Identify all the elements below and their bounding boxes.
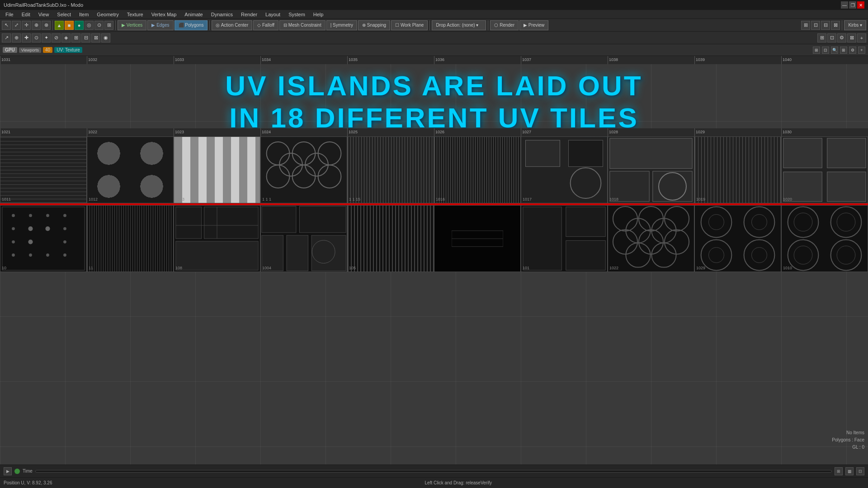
timeline-btn-2[interactable]: ▦ <box>845 467 854 475</box>
tile-1017[interactable]: 1017 <box>521 136 608 203</box>
vp-icon-1[interactable]: ⊞ <box>813 47 820 54</box>
tile-1012[interactable]: 1012 <box>87 136 174 203</box>
timeline-track[interactable] <box>35 470 832 473</box>
menu-view[interactable]: View <box>35 11 53 18</box>
tile-103[interactable]: 108 <box>174 205 260 272</box>
timeline-btn-3[interactable]: ⊡ <box>856 467 864 475</box>
toolbar-icon-3[interactable]: ✛ <box>22 21 31 30</box>
sub-toolbar-btn-5[interactable]: ✦ <box>42 33 51 42</box>
tile-1020[interactable]: 1020 <box>781 136 868 203</box>
menu-layout[interactable]: Layout <box>262 11 284 18</box>
sub-toolbar-btn-1[interactable]: ↗ <box>2 33 11 42</box>
sub-toolbar-btn-4[interactable]: ⊙ <box>32 33 41 42</box>
tiles-row2: 10 11 108 <box>0 204 868 271</box>
tile-1014[interactable]: 1 1 1 <box>260 136 347 203</box>
tile-1011[interactable]: 1011 <box>0 136 87 203</box>
polygons-btn[interactable]: ⬛ Polygons <box>175 20 208 30</box>
sub-toolbar-btn-3[interactable]: ✚ <box>22 33 31 42</box>
svg-point-0 <box>267 142 290 165</box>
toolbar-icon-7[interactable]: ■ <box>65 21 74 30</box>
menu-system[interactable]: System <box>285 11 309 18</box>
vertices-btn[interactable]: ▶ Vertices <box>118 20 146 30</box>
sub-toolbar-btn-2[interactable]: ⊕ <box>12 33 21 42</box>
sub-toolbar-right-4[interactable]: ⊠ <box>847 33 856 42</box>
menu-help[interactable]: Help <box>310 11 327 18</box>
tile-106[interactable] <box>434 205 521 272</box>
toolbar-icon-5[interactable]: ⊗ <box>42 21 51 30</box>
menu-render[interactable]: Render <box>237 11 261 18</box>
svg-point-31 <box>12 253 15 257</box>
preview-btn[interactable]: ▶ Preview <box>519 20 548 30</box>
sub-toolbar-right-1[interactable]: ⊞ <box>817 33 826 42</box>
toolbar-icon-11[interactable]: ⊞ <box>104 21 113 30</box>
vp-icon-5[interactable]: ⚙ <box>849 47 856 54</box>
falloff-btn[interactable]: ◇ Falloff <box>253 20 278 30</box>
svg-point-76 <box>837 246 855 264</box>
timeline-btn-1[interactable]: ⊞ <box>835 467 843 475</box>
menu-select[interactable]: Select <box>53 11 75 18</box>
sub-toolbar-right-3[interactable]: ⚙ <box>837 33 846 42</box>
sub-toolbar-btn-9[interactable]: ⊟ <box>81 33 90 42</box>
vp-icon-6[interactable]: + <box>858 47 865 54</box>
tile-1019[interactable]: 1019 <box>694 136 781 203</box>
layout-icon-3[interactable]: ⊟ <box>821 21 830 30</box>
tile-102[interactable]: 11 <box>87 205 174 272</box>
action-center-btn[interactable]: ◎ Action Center <box>212 20 252 30</box>
sub-toolbar-right-5[interactable]: + <box>857 33 866 42</box>
tile-1016[interactable]: 1016 <box>434 136 521 203</box>
ruler-1040: 1040 <box>781 56 868 64</box>
ruler-1021: 1021 <box>0 128 87 136</box>
layout-icon-2[interactable]: ⊡ <box>811 21 820 30</box>
menu-texture[interactable]: Texture <box>123 11 147 18</box>
menu-edit[interactable]: Edit <box>18 11 34 18</box>
sub-toolbar-btn-11[interactable]: ◉ <box>101 33 110 42</box>
snapping-btn[interactable]: ⊕ Snapping <box>358 20 390 30</box>
render-btn[interactable]: ⬡ Render <box>490 20 519 30</box>
work-plane-btn[interactable]: ☐ Work Plane <box>391 20 428 30</box>
menu-vertex-map[interactable]: Vertex Map <box>148 11 180 18</box>
minimize-button[interactable]: — <box>841 1 848 9</box>
mesh-constraint-btn[interactable]: ⊟ Mesh Constraint <box>279 20 326 30</box>
tile-105[interactable]: 105 <box>347 205 434 272</box>
sub-toolbar-btn-8[interactable]: ⊞ <box>71 33 80 42</box>
maximize-button[interactable]: ❐ <box>849 1 856 9</box>
toolbar-icon-10[interactable]: ⊙ <box>94 21 104 30</box>
toolbar-icon-9[interactable]: ◎ <box>85 21 94 30</box>
tile-101[interactable]: 10 <box>0 205 87 272</box>
toolbar-icon-6[interactable]: ▲ <box>55 21 64 30</box>
tile-109[interactable]: 1029 <box>694 205 781 272</box>
tile-108[interactable]: 1022 <box>608 205 694 272</box>
edges-btn[interactable]: ▶ Edges <box>147 20 173 30</box>
sub-toolbar-btn-6[interactable]: ⊘ <box>52 33 61 42</box>
menu-dynamics[interactable]: Dynamics <box>208 11 236 18</box>
toolbar-icon-8[interactable]: ● <box>75 21 84 30</box>
vp-icon-2[interactable]: ⊡ <box>822 47 829 54</box>
symmetry-btn[interactable]: | Symmetry <box>326 20 357 30</box>
tile-104[interactable]: 1004 <box>260 205 347 272</box>
drop-action-btn[interactable]: Drop Action: (none) ▾ <box>432 20 486 30</box>
toolbar-icon-1[interactable]: ↖ <box>2 21 11 30</box>
tile-107[interactable]: 101 <box>521 205 608 272</box>
close-button[interactable]: ✕ <box>857 1 864 9</box>
tile-1013[interactable]: 1013 <box>174 136 260 203</box>
menu-item[interactable]: Item <box>75 11 92 18</box>
layout-icon-4[interactable]: ⊠ <box>831 21 840 30</box>
sub-toolbar-right-2[interactable]: ⊡ <box>827 33 836 42</box>
tile-110[interactable]: 1010 <box>781 205 868 272</box>
layout-icon-1[interactable]: ⊞ <box>801 21 810 30</box>
menu-animate[interactable]: Animate <box>181 11 206 18</box>
tile-1015[interactable]: 1 1 15 <box>347 136 434 203</box>
vp-icon-4[interactable]: ⊞ <box>840 47 847 54</box>
vp-icon-3[interactable]: 🔍 <box>831 47 838 54</box>
timeline-play-btn[interactable]: ▶ <box>4 467 12 475</box>
tile-1018[interactable]: 1018 <box>608 136 694 203</box>
menu-file[interactable]: File <box>2 11 17 18</box>
svg-point-34 <box>63 253 66 257</box>
viewport[interactable]: 1031 1032 1033 1034 1035 1036 1037 1038 … <box>0 56 868 465</box>
toolbar-icon-2[interactable]: ⤢ <box>12 21 21 30</box>
kirbs-btn[interactable]: Kirbs ▾ <box>844 20 866 30</box>
sub-toolbar-btn-7[interactable]: ◈ <box>61 33 71 42</box>
sub-toolbar-btn-10[interactable]: ⊠ <box>91 33 100 42</box>
toolbar-icon-4[interactable]: ⊕ <box>32 21 41 30</box>
menu-geometry[interactable]: Geometry <box>93 11 122 18</box>
